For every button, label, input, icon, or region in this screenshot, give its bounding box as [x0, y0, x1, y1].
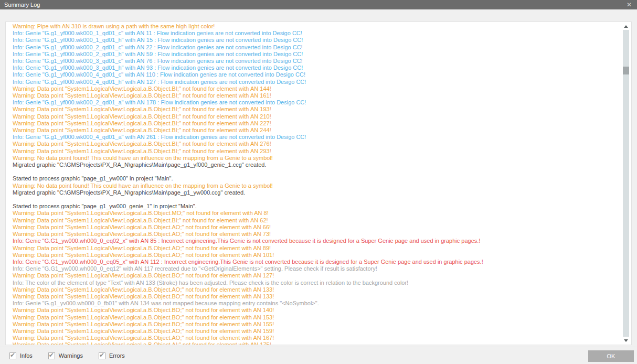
- log-line: Info: Genie "G.g1_yf000.wk000_1_qd01_c" …: [13, 30, 621, 37]
- log-panel: Warning: Pipe with AN 310 is drawn using…: [5, 22, 632, 345]
- log-line: Warning: Data point "System1.LogicalView…: [13, 120, 621, 127]
- titlebar: Summary Log ✕: [0, 0, 637, 9]
- log-line: Info: Genie "G.g1_yf000.wk000_1_qd01_h" …: [13, 37, 621, 44]
- log-line: Started to process graphic "page_g1_yw00…: [13, 203, 621, 210]
- check-icon: ✔: [49, 351, 54, 359]
- errors-checkbox-group[interactable]: ✔ Errors: [99, 352, 125, 359]
- log-line: Info: Genie "G.g1_yf000.wk000_4_qd01_c" …: [13, 71, 621, 78]
- infos-checkbox-label: Infos: [20, 352, 33, 359]
- ok-button[interactable]: OK: [588, 350, 634, 362]
- scrollbar-track[interactable]: [623, 30, 629, 337]
- log-line: Info: Genie "G.G1_yw000.wh000_0_eq05_x" …: [13, 259, 621, 265]
- infos-checkbox[interactable]: ✔: [9, 352, 16, 359]
- log-line: Warning: Data point "System1.LogicalView…: [13, 335, 621, 341]
- log-line: Warning: Data point "System1.LogicalView…: [13, 314, 621, 321]
- errors-checkbox[interactable]: ✔: [99, 352, 105, 359]
- log-line: Started to process graphic "page_g1_yw00…: [13, 175, 621, 182]
- log-line: Warning: Data point "System1.LogicalView…: [13, 286, 621, 293]
- triangle-up-icon: [624, 25, 628, 28]
- log-line: Info: Genie "G.G1_yw000.wh000_0_eq12" wi…: [13, 265, 621, 272]
- log-line: Info: Genie "G.g1_yf000.wk000_2_qd01_c" …: [13, 44, 621, 51]
- errors-checkbox-label: Errors: [109, 352, 125, 359]
- log-line: Info: Genie "G.g1_yf000.wk000_2_qd01_h" …: [13, 51, 621, 58]
- scroll-down-button[interactable]: [622, 337, 630, 344]
- log-line: Warning: Data point "System1.LogicalView…: [13, 272, 621, 279]
- log-line: Info: Genie "G.g1_yf000.wk000_3_qd01_h" …: [13, 65, 621, 71]
- summary-log-dialog: Summary Log ✕ Warning: Pipe with AN 310 …: [0, 0, 637, 364]
- log-line: Warning: Data point "System1.LogicalView…: [13, 148, 621, 155]
- footer: ✔ Infos ✔ Warnings ✔ Errors OK: [0, 347, 637, 364]
- log-line: Warning: Data point "System1.LogicalView…: [13, 217, 621, 224]
- log-line: Warning: No data point found! This could…: [13, 183, 621, 189]
- log-line: Warning: Data point "System1.LogicalView…: [13, 113, 621, 120]
- log-line: Warning: Data point "System1.LogicalView…: [13, 252, 621, 259]
- log-line: Info: Genie "G.G1_yw000.wh000_0_eq02_x" …: [13, 238, 621, 244]
- log-line: Warning: Data point "System1.LogicalView…: [13, 224, 621, 231]
- scroll-up-button[interactable]: [622, 23, 630, 29]
- log-line: Warning: No data point found! This could…: [13, 155, 621, 162]
- log-line: Info: Genie "G.g1_yv000.wh000_0_fb01" wi…: [13, 300, 621, 307]
- warnings-checkbox-label: Warnings: [59, 352, 83, 359]
- log-line: Migrated graphic "C:\GMSProjects\PX_RA_N…: [13, 162, 621, 168]
- log-line: Info: Genie "G.g1_yf000.wk000_4_qd01_h" …: [13, 79, 621, 85]
- log-line: Warning: Data point "System1.LogicalView…: [13, 92, 621, 99]
- log-line: Info: Genie "G.g1_yf000.wk000_2_qd01_a" …: [13, 99, 621, 106]
- log-line: Warning: Data point "System1.LogicalView…: [13, 321, 621, 328]
- log-line: Warning: Data point "System1.LogicalView…: [13, 307, 621, 314]
- log-line: Warning: Pipe with AN 310 is drawn using…: [13, 23, 621, 30]
- log-line: Warning: Data point "System1.LogicalView…: [13, 341, 621, 345]
- log-line: [13, 168, 621, 175]
- scrollbar[interactable]: [622, 23, 630, 344]
- log-line: [13, 196, 621, 203]
- log-list: Warning: Pipe with AN 310 is drawn using…: [6, 22, 621, 345]
- check-icon: ✔: [99, 351, 104, 359]
- log-line: Warning: Data point "System1.LogicalView…: [13, 141, 621, 147]
- log-line: Warning: Data point "System1.LogicalView…: [13, 106, 621, 113]
- warnings-checkbox-group[interactable]: ✔ Warnings: [48, 352, 83, 359]
- log-line: Info: Genie "G.g1_yf000.wk000_3_qd01_c" …: [13, 58, 621, 65]
- log-line: Warning: Data point "System1.LogicalView…: [13, 231, 621, 238]
- log-line: Warning: Data point "System1.LogicalView…: [13, 85, 621, 92]
- window-title: Summary Log: [4, 2, 40, 8]
- log-line: Info: Genie "G.g1_yf000.wk000_4_qd01_a" …: [13, 134, 621, 141]
- log-line: Info: The color of the element of type "…: [13, 280, 621, 286]
- check-icon: ✔: [10, 351, 15, 359]
- log-line: Warning: Data point "System1.LogicalView…: [13, 210, 621, 217]
- warnings-checkbox[interactable]: ✔: [48, 352, 55, 359]
- log-line: Warning: Data point "System1.LogicalView…: [13, 328, 621, 335]
- close-icon[interactable]: ✕: [625, 2, 633, 8]
- log-line: Warning: Data point "System1.LogicalView…: [13, 127, 621, 134]
- infos-checkbox-group[interactable]: ✔ Infos: [9, 352, 33, 359]
- triangle-down-icon: [624, 339, 628, 342]
- scrollbar-thumb[interactable]: [623, 67, 629, 74]
- log-line: Warning: Data point "System1.LogicalView…: [13, 293, 621, 300]
- log-line: Migrated graphic "C:\GMSProjects\PX_RA_N…: [13, 189, 621, 196]
- log-line: Warning: Data point "System1.LogicalView…: [13, 245, 621, 252]
